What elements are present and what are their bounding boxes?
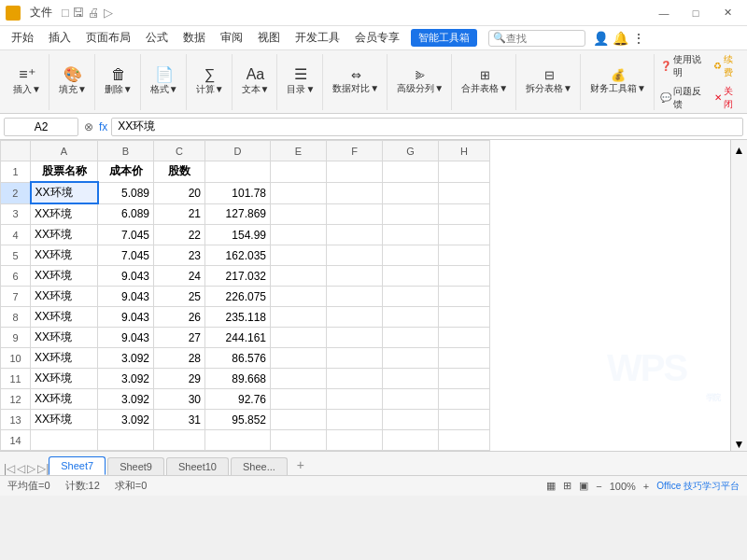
cell-9-F[interactable] bbox=[327, 328, 383, 348]
menu-view[interactable]: 视图 bbox=[250, 28, 288, 48]
cell-9-E[interactable] bbox=[271, 328, 327, 348]
cell-10-G[interactable] bbox=[383, 348, 439, 369]
cell-4-E[interactable] bbox=[271, 225, 327, 245]
cell-8-G[interactable] bbox=[383, 307, 439, 328]
cell-3-D[interactable]: 127.869 bbox=[205, 203, 271, 225]
cell-14-E[interactable] bbox=[271, 430, 327, 451]
cell-9-H[interactable] bbox=[439, 328, 490, 348]
cell-3-C[interactable]: 21 bbox=[154, 203, 205, 225]
search-input[interactable] bbox=[506, 33, 581, 44]
compare-button[interactable]: ⇔ 数据对比▼ bbox=[329, 67, 383, 97]
col-header-d[interactable]: D bbox=[205, 141, 271, 161]
formula-input[interactable] bbox=[111, 118, 743, 136]
cell-5-F[interactable] bbox=[327, 245, 383, 266]
cell-14-G[interactable] bbox=[383, 430, 439, 451]
cell-6-G[interactable] bbox=[383, 266, 439, 287]
cell-13-B[interactable]: 3.092 bbox=[98, 410, 154, 430]
header-cell-D[interactable] bbox=[205, 161, 271, 183]
cell-4-H[interactable] bbox=[439, 225, 490, 245]
menu-dev[interactable]: 开发工具 bbox=[288, 28, 347, 48]
cell-12-D[interactable]: 92.76 bbox=[205, 389, 271, 410]
menu-data[interactable]: 数据 bbox=[176, 28, 213, 48]
cell-6-F[interactable] bbox=[327, 266, 383, 287]
split-button[interactable]: ⫸ 高级分列▼ bbox=[393, 67, 447, 97]
cell-12-C[interactable]: 30 bbox=[154, 389, 205, 410]
row-header-1[interactable]: 1 bbox=[1, 161, 31, 183]
tab-nav-arrows[interactable]: |◁ ◁ ▷ ▷| bbox=[4, 462, 49, 475]
header-cell-C[interactable]: 股数 bbox=[154, 161, 205, 183]
delete-button[interactable]: 🗑 删除▼ bbox=[101, 65, 136, 98]
col-header-e[interactable]: E bbox=[271, 141, 327, 161]
view-normal-icon[interactable]: ▦ bbox=[546, 480, 556, 492]
cell-7-E[interactable] bbox=[271, 287, 327, 307]
fill-button[interactable]: 🎨 填充▼ bbox=[55, 65, 91, 98]
cell-4-D[interactable]: 154.99 bbox=[205, 225, 271, 245]
menu-formula[interactable]: 公式 bbox=[138, 28, 176, 48]
cell-5-E[interactable] bbox=[271, 245, 327, 266]
cell-9-D[interactable]: 244.161 bbox=[205, 328, 271, 348]
header-cell-G[interactable] bbox=[383, 161, 439, 183]
merge-button[interactable]: ⊞ 合并表格▼ bbox=[458, 67, 512, 97]
cell-2-A[interactable]: XX环境 bbox=[31, 182, 98, 203]
cell-11-A[interactable]: XX环境 bbox=[31, 369, 98, 389]
cell-14-H[interactable] bbox=[439, 430, 490, 451]
cell-4-G[interactable] bbox=[383, 225, 439, 245]
file-menu[interactable]: 文件 bbox=[24, 3, 58, 22]
cell-6-H[interactable] bbox=[439, 266, 490, 287]
cell-14-A[interactable] bbox=[31, 430, 98, 451]
cell-2-B[interactable]: 5.089 bbox=[98, 182, 154, 203]
cell-13-F[interactable] bbox=[327, 410, 383, 430]
col-header-a[interactable]: A bbox=[31, 141, 98, 161]
cell-2-C[interactable]: 20 bbox=[154, 182, 205, 203]
cell-9-C[interactable]: 27 bbox=[154, 328, 205, 348]
cell-10-A[interactable]: XX环境 bbox=[31, 348, 98, 369]
cell-3-A[interactable]: XX环境 bbox=[31, 203, 98, 225]
cell-13-D[interactable]: 95.852 bbox=[205, 410, 271, 430]
tab-prev-icon[interactable]: ◁ bbox=[17, 462, 25, 475]
row-header-14[interactable]: 14 bbox=[1, 430, 31, 451]
cell-6-A[interactable]: XX环境 bbox=[31, 266, 98, 287]
header-cell-A[interactable]: 股票名称 bbox=[31, 161, 98, 183]
cell-13-E[interactable] bbox=[271, 410, 327, 430]
cell-8-A[interactable]: XX环境 bbox=[31, 307, 98, 328]
cell-8-E[interactable] bbox=[271, 307, 327, 328]
sheet-tab-sheet7[interactable]: Sheet7 bbox=[49, 456, 106, 475]
header-cell-H[interactable] bbox=[439, 161, 490, 183]
cell-11-D[interactable]: 89.668 bbox=[205, 369, 271, 389]
cell-2-E[interactable] bbox=[271, 182, 327, 203]
col-header-c[interactable]: C bbox=[154, 141, 205, 161]
cell-10-E[interactable] bbox=[271, 348, 327, 369]
cell-10-B[interactable]: 3.092 bbox=[98, 348, 154, 369]
cell-4-C[interactable]: 22 bbox=[154, 225, 205, 245]
cell-7-B[interactable]: 9.043 bbox=[98, 287, 154, 307]
cell-6-C[interactable]: 24 bbox=[154, 266, 205, 287]
menu-review[interactable]: 审阅 bbox=[213, 28, 250, 48]
cell-7-H[interactable] bbox=[439, 287, 490, 307]
cell-13-A[interactable]: XX环境 bbox=[31, 410, 98, 430]
cell-10-H[interactable] bbox=[439, 348, 490, 369]
zoom-out-button[interactable]: − bbox=[596, 481, 601, 492]
menu-start[interactable]: 开始 bbox=[4, 28, 41, 48]
cell-2-D[interactable]: 101.78 bbox=[205, 182, 271, 203]
row-header-4[interactable]: 4 bbox=[1, 225, 31, 245]
cell-5-D[interactable]: 162.035 bbox=[205, 245, 271, 266]
cell-14-D[interactable] bbox=[205, 430, 271, 451]
add-sheet-button[interactable]: + bbox=[289, 455, 312, 475]
col-header-h[interactable]: H bbox=[439, 141, 490, 161]
header-cell-B[interactable]: 成本价 bbox=[98, 161, 154, 183]
sidebar-scroll-down[interactable]: ▼ bbox=[734, 438, 745, 451]
menu-layout[interactable]: 页面布局 bbox=[78, 28, 138, 48]
toc-button[interactable]: ☰ 目录▼ bbox=[283, 65, 318, 98]
cell-4-B[interactable]: 7.045 bbox=[98, 225, 154, 245]
row-header-12[interactable]: 12 bbox=[1, 389, 31, 410]
sheet-tab-sheet9[interactable]: Sheet9 bbox=[107, 457, 164, 475]
cell-12-G[interactable] bbox=[383, 389, 439, 410]
renew-button[interactable]: ♻续费 bbox=[710, 51, 741, 81]
insert-button[interactable]: ≡⁺ 插入▼ bbox=[9, 65, 45, 98]
view-page-icon[interactable]: ⊞ bbox=[563, 480, 571, 492]
cell-5-B[interactable]: 7.045 bbox=[98, 245, 154, 266]
finance-button[interactable]: 💰 财务工具箱▼ bbox=[586, 67, 650, 97]
row-header-3[interactable]: 3 bbox=[1, 203, 31, 225]
tab-first-icon[interactable]: |◁ bbox=[4, 462, 15, 475]
cell-10-C[interactable]: 28 bbox=[154, 348, 205, 369]
